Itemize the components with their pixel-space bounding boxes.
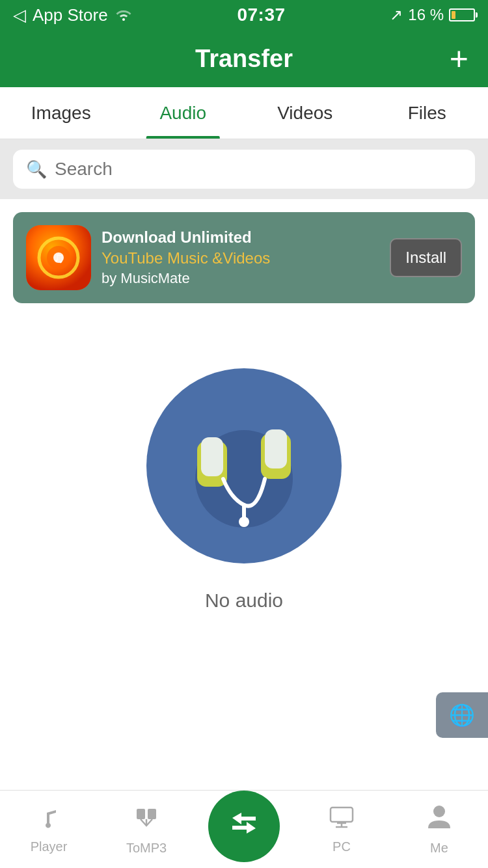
tomp3-icon [133,804,160,837]
tab-audio[interactable]: Audio [122,87,245,139]
location-icon: ↗ [390,6,403,24]
svg-rect-12 [148,809,156,819]
ad-subtitle: YouTube Music &Videos [102,249,379,267]
status-bar: ◁ App Store 07:37 ↗ 16 % [0,0,488,30]
svg-rect-11 [137,809,145,819]
transfer-icon [227,806,261,847]
nav-item-player[interactable]: Player [0,805,98,854]
battery-icon [449,8,475,21]
ad-text: Download Unlimited YouTube Music &Videos… [102,228,379,287]
svg-point-10 [239,517,249,527]
search-icon: 🔍 [26,159,47,180]
me-icon [427,804,452,837]
page-title: Transfer [195,45,293,73]
svg-rect-14 [331,807,353,822]
search-bar: 🔍 [13,150,475,189]
tomp3-label: ToMP3 [126,841,167,856]
nav-item-transfer[interactable] [195,791,293,869]
tab-images[interactable]: Images [0,87,122,139]
search-input[interactable] [55,159,462,180]
carrier-label: App Store [33,5,108,25]
pc-icon [328,805,355,835]
pc-label: PC [332,839,351,854]
tab-bar: Images Audio Videos Files [0,87,488,139]
nav-item-me[interactable]: Me [390,804,488,856]
tab-videos[interactable]: Videos [244,87,366,139]
globe-button[interactable]: 🌐 [436,692,488,738]
svg-text:♫: ♫ [53,250,64,266]
add-button[interactable]: + [450,42,468,75]
battery-percent: 16 % [408,6,444,24]
player-icon [36,805,61,835]
player-label: Player [31,839,68,854]
me-label: Me [430,841,448,856]
ad-source: by MusicMate [102,270,379,287]
transfer-button[interactable] [208,791,280,862]
empty-state: No audio [0,316,488,664]
empty-state-message: No audio [205,590,283,612]
tab-files[interactable]: Files [366,87,489,139]
headphones-illustration [146,368,342,563]
bottom-nav: Player ToMP3 [0,790,488,868]
ad-title: Download Unlimited [102,228,379,247]
back-arrow-icon: ◁ [13,5,26,25]
nav-item-pc[interactable]: PC [293,805,390,854]
wifi-icon [115,5,133,25]
content-area: 🔍 ♫ Downlo [0,139,488,748]
svg-rect-9 [265,429,287,468]
ad-app-icon: ♫ [26,225,91,290]
status-right: ↗ 16 % [390,6,475,24]
svg-point-18 [433,806,445,817]
ad-banner: ♫ Download Unlimited YouTube Music &Vide… [13,212,475,303]
search-section: 🔍 [0,139,488,199]
status-time: 07:37 [237,5,285,25]
status-left: ◁ App Store [13,5,133,25]
install-button[interactable]: Install [390,238,462,277]
svg-rect-7 [201,437,223,476]
nav-item-tomp3[interactable]: ToMP3 [98,804,195,856]
nav-bar: Transfer + [0,30,488,87]
